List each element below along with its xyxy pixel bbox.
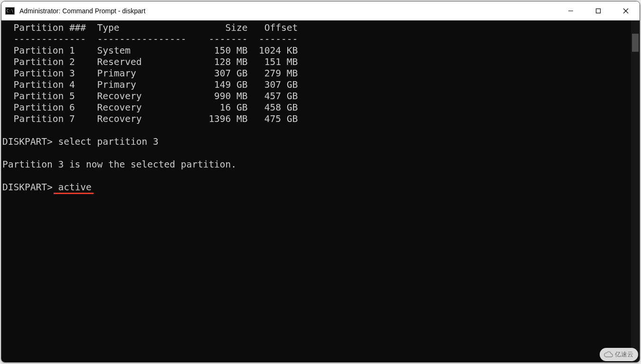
titlebar[interactable]: C:\ Administrator: Command Prompt - disk… [1,1,640,20]
maximize-button[interactable] [584,1,612,20]
command-active: active [58,182,91,193]
prompt: DISKPART> [2,182,58,193]
svg-rect-1 [596,9,601,13]
window-title: Administrator: Command Prompt - diskpart [19,7,145,15]
cmd-icon: C:\ [5,7,15,15]
scrollbar[interactable] [631,20,640,362]
terminal-output[interactable]: Partition ### Type Size Offset ---------… [1,20,631,362]
minimize-button[interactable] [557,1,584,20]
watermark-text: 亿速云 [615,350,633,359]
terminal-area: Partition ### Type Size Offset ---------… [1,20,640,362]
window-controls [557,1,640,20]
cloud-icon [603,350,613,359]
scrollbar-thumb[interactable] [632,34,639,52]
watermark-badge: 亿速云 [600,348,638,361]
close-button[interactable] [612,1,640,20]
annotation-underline [54,193,94,194]
command-prompt-window: C:\ Administrator: Command Prompt - disk… [1,1,640,363]
